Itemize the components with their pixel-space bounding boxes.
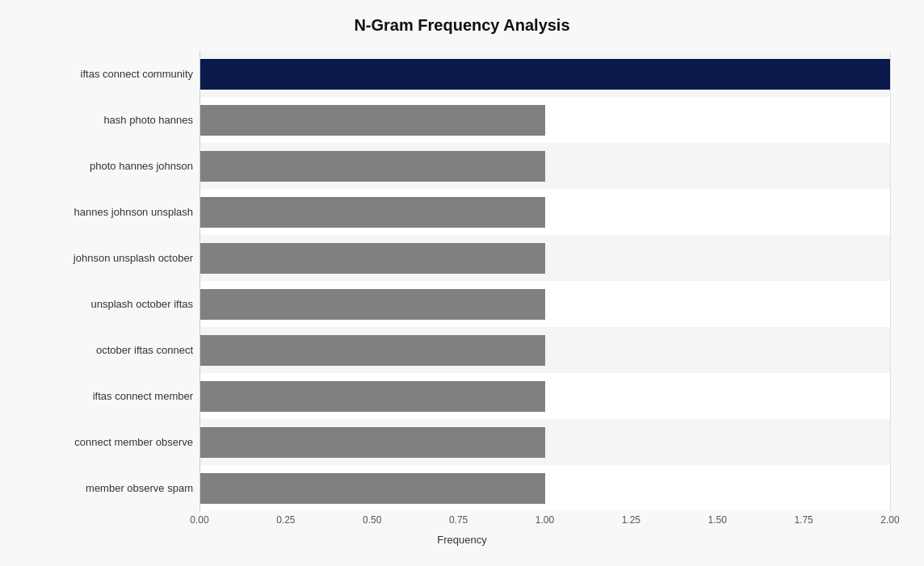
bar (200, 335, 545, 366)
y-label: connect member observe (74, 419, 200, 465)
bar (200, 243, 545, 274)
y-label: october iftas connect (96, 327, 200, 373)
y-label: unsplash october iftas (91, 281, 200, 327)
bar-row (200, 465, 890, 511)
bar (200, 427, 545, 458)
bar-row (200, 373, 890, 419)
y-axis: iftas connect communityhash photo hannes… (34, 51, 200, 511)
y-label: hannes johnson unsplash (74, 189, 200, 235)
x-tick: 2.00 (878, 514, 902, 526)
y-label: member observe spam (86, 465, 200, 511)
x-tick: 1.75 (792, 514, 816, 526)
bar-row (200, 189, 890, 235)
plot-area: iftas connect communityhash photo hannes… (34, 51, 890, 511)
x-tick: 1.50 (705, 514, 729, 526)
x-axis: 0.000.250.500.751.001.251.501.752.00 (200, 514, 890, 530)
bar (200, 289, 545, 320)
bar (200, 151, 545, 182)
bar (200, 59, 890, 90)
x-tick: 0.75 (447, 514, 471, 526)
bar (200, 197, 545, 228)
x-tick: 0.00 (187, 514, 212, 526)
bar (200, 473, 545, 504)
x-tick: 0.50 (360, 514, 384, 526)
bar (200, 381, 545, 412)
bar (200, 105, 545, 136)
bar-row (200, 97, 890, 143)
y-label: iftas connect member (93, 373, 200, 419)
bar-row (200, 327, 890, 373)
bar-row (200, 51, 890, 97)
x-tick: 1.25 (619, 514, 643, 526)
x-tick: 0.25 (274, 514, 298, 526)
chart-area: iftas connect communityhash photo hannes… (34, 51, 890, 546)
chart-container: N-Gram Frequency Analysis iftas connect … (18, 0, 906, 566)
bar-row (200, 281, 890, 327)
grid-line (890, 51, 891, 511)
x-axis-label: Frequency (34, 534, 890, 546)
y-label: johnson unsplash october (74, 235, 200, 281)
x-tick: 1.00 (533, 514, 557, 526)
bar-row (200, 235, 890, 281)
y-label: photo hannes johnson (90, 143, 200, 189)
bars-area (200, 51, 890, 511)
bar-row (200, 419, 890, 465)
y-label: hash photo hannes (103, 97, 200, 143)
bar-row (200, 143, 890, 189)
y-label: iftas connect community (81, 51, 200, 97)
chart-title: N-Gram Frequency Analysis (34, 16, 890, 35)
